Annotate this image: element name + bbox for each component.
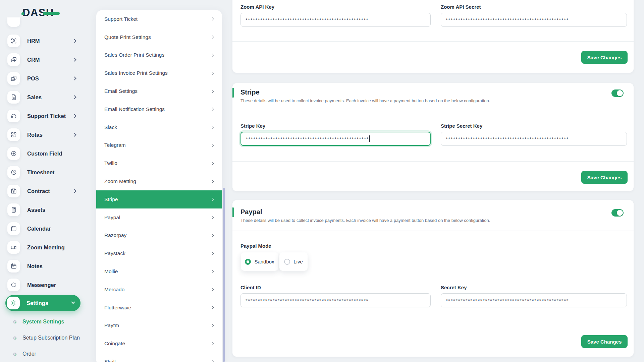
radio-selected-icon[interactable] — [245, 259, 251, 265]
client-id-input[interactable]: ****************************************… — [240, 293, 431, 307]
sidebar-item-pos[interactable]: POS — [5, 69, 80, 88]
sidebar-item-label: Rotas — [27, 132, 43, 138]
logo-dot-accent — [21, 12, 24, 15]
sidebar-item-contract[interactable]: Contract — [5, 182, 80, 200]
sidebar-nav: HRMCRMPOSSalesSupport TicketRotasCustom … — [5, 32, 80, 294]
field-group-stripe-secret-key: Stripe Secret Key***********************… — [441, 123, 627, 146]
field-group-secret-key: Secret Key******************************… — [441, 285, 627, 307]
chevron-right-icon — [72, 39, 76, 43]
settings-menu-item-skrill[interactable]: Skrill — [96, 353, 222, 362]
settings-menu-item-label: Support Ticket — [104, 16, 138, 22]
settings-menu-item-paypal[interactable]: Paypal — [96, 208, 222, 227]
save-changes-button[interactable]: Save Changes — [581, 335, 628, 348]
settings-menu-item-coingate[interactable]: Coingate — [96, 335, 222, 353]
settings-menu-item-mercado[interactable]: Mercado — [96, 281, 222, 299]
settings-label: Settings — [26, 300, 48, 306]
sidebar-item-support-ticket[interactable]: Support Ticket — [5, 107, 80, 125]
settings-menu-item-sales-invoice-print-settings[interactable]: Sales Invoice Print Settings — [96, 64, 222, 82]
sidebar-item-rotas[interactable]: Rotas — [5, 125, 80, 144]
sidebar-item-calendar[interactable]: Calendar — [5, 219, 80, 238]
field-group-client-id: Client ID*******************************… — [240, 285, 431, 307]
sidebar-subitem-order[interactable]: Order — [5, 346, 83, 362]
sidebar-item-assets[interactable]: Assets — [5, 200, 80, 219]
divider — [232, 231, 634, 231]
card-description: These details will be used to collect in… — [240, 218, 490, 223]
sidebar-subitem-setup-subscription-plan[interactable]: Setup Subscription Plan — [5, 330, 83, 346]
chevron-right-icon — [211, 216, 214, 219]
settings-menu-scrollbar[interactable] — [223, 188, 225, 362]
stripe-secret-key-input[interactable]: ****************************************… — [441, 132, 627, 146]
settings-menu-item-label: Paypal — [104, 215, 120, 221]
settings-menu-item-flutterwave[interactable]: Flutterwave — [96, 299, 222, 317]
divider — [232, 111, 634, 111]
sidebar-item-settings[interactable]: Settings — [5, 295, 80, 311]
chevron-right-icon — [211, 342, 214, 345]
text-caret — [369, 135, 370, 142]
settings-menu-item-email-settings[interactable]: Email Settings — [96, 82, 222, 100]
settings-menu-item-label: Sales Order Print Settings — [104, 52, 164, 58]
save-changes-button[interactable]: Save Changes — [581, 51, 628, 64]
settings-menu-item-twilio[interactable]: Twilio — [96, 154, 222, 172]
divider — [232, 327, 634, 327]
masked-value: ****************************************… — [446, 136, 569, 142]
stripe-key-input[interactable]: ****************************************… — [240, 132, 431, 146]
settings-menu-item-quote-print-settings[interactable]: Quote Print Settings — [96, 28, 222, 46]
settings-menu-item-label: Flutterwave — [104, 305, 131, 311]
app-logo[interactable]: DASH — [22, 7, 54, 19]
settings-menu-item-slack[interactable]: Slack — [96, 118, 222, 136]
sidebar-item-messenger[interactable]: Messenger — [5, 276, 80, 294]
sidebar-item-zoom-meeting[interactable]: Zoom Meeting — [5, 238, 80, 257]
zoom-settings-card: Zoom API Key****************************… — [232, 0, 634, 73]
divider — [232, 161, 634, 162]
sidebar-subitem-label: Order — [22, 351, 36, 357]
sidebar-item-label: Timesheet — [27, 169, 54, 176]
zoom-api-secret-input[interactable]: ****************************************… — [441, 13, 627, 27]
sidebar-item-notes[interactable]: Notes — [5, 257, 80, 276]
app-window: DASH HRMCRMPOSSalesSupport TicketRotasCu… — [0, 0, 644, 362]
bullet-icon — [13, 352, 17, 356]
settings-menu-item-razorpay[interactable]: Razorpay — [96, 227, 222, 245]
settings-menu-item-label: Razorpay — [104, 232, 126, 238]
sidebar-item-timesheet[interactable]: Timesheet — [5, 163, 80, 182]
pos-icon — [7, 72, 20, 85]
settings-menu-item-label: Twilio — [104, 160, 117, 166]
settings-menu-item-email-notification-settings[interactable]: Email Notification Settings — [96, 100, 222, 118]
logo-dash-accent — [43, 12, 60, 15]
settings-menu-item-label: Sales Invoice Print Settings — [104, 70, 168, 76]
sidebar-item-label: Notes — [27, 263, 43, 269]
sidebar-item-sales[interactable]: Sales — [5, 88, 80, 107]
sidebar-item-partial-icon — [7, 17, 20, 27]
settings-menu-item-telegram[interactable]: Telegram — [96, 136, 222, 155]
paypal-mode-sandbox-option[interactable]: Sandbox — [241, 252, 278, 271]
stripe-settings-card: Stripe These details will be used to col… — [232, 83, 634, 191]
settings-menu-item-support-ticket[interactable]: Support Ticket — [96, 10, 222, 28]
sidebar-subitem-system-settings[interactable]: System Settings — [5, 314, 83, 330]
paypal-mode-label: Paypal Mode — [240, 243, 271, 249]
chevron-right-icon — [72, 133, 76, 136]
sidebar-item-hrm[interactable]: HRM — [5, 32, 80, 50]
settings-menu-item-mollie[interactable]: Mollie — [96, 262, 222, 281]
settings-menu-item-paystack[interactable]: Paystack — [96, 244, 222, 262]
hrm-icon — [7, 35, 20, 47]
paypal-mode-live-option[interactable]: Live — [279, 252, 308, 271]
divider — [232, 41, 634, 42]
paypal-enabled-toggle[interactable] — [611, 209, 624, 217]
sidebar-item-crm[interactable]: CRM — [5, 50, 80, 69]
chevron-right-icon — [72, 76, 76, 80]
chevron-right-icon — [211, 324, 214, 327]
secret-key-input[interactable]: ****************************************… — [441, 293, 627, 307]
radio-unselected-icon[interactable] — [284, 259, 290, 265]
sidebar-item-custom-field[interactable]: Custom Field — [5, 144, 80, 163]
settings-menu-item-zoom-metting[interactable]: Zoom Metting — [96, 172, 222, 190]
zoom-api-key-input[interactable]: ****************************************… — [240, 13, 431, 27]
chevron-right-icon — [211, 252, 214, 255]
save-changes-button[interactable]: Save Changes — [581, 171, 628, 184]
chevron-right-icon — [211, 108, 214, 111]
settings-menu-item-sales-order-print-settings[interactable]: Sales Order Print Settings — [96, 46, 222, 64]
field-label: Zoom API Key — [240, 4, 431, 9]
card-title: Stripe — [240, 88, 260, 96]
field-label: Zoom API Secret — [441, 4, 627, 9]
settings-menu-item-paytm[interactable]: Paytm — [96, 317, 222, 335]
settings-menu-item-stripe[interactable]: Stripe — [96, 190, 222, 208]
stripe-enabled-toggle[interactable] — [611, 89, 624, 97]
